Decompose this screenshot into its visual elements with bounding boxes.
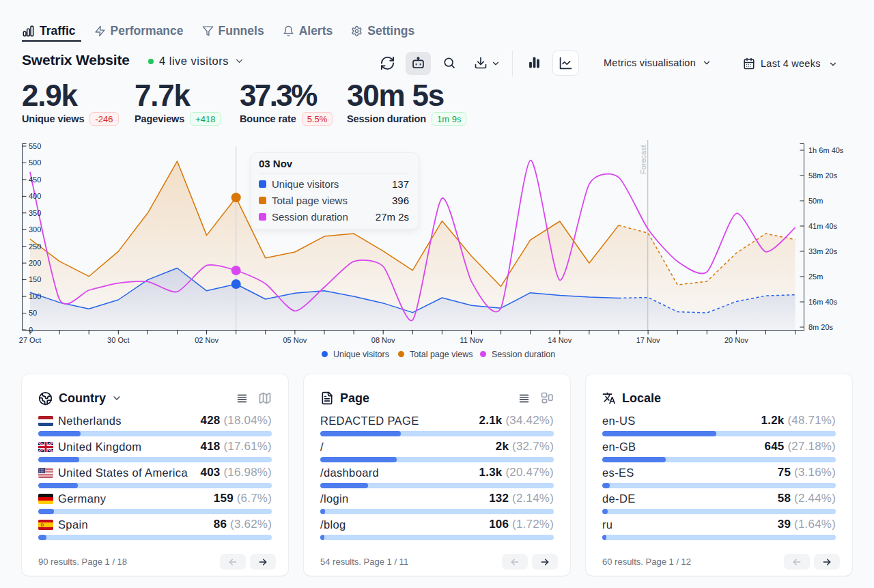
svg-text:150: 150: [29, 275, 41, 283]
svg-text:400: 400: [29, 192, 41, 200]
svg-text:20 Nov: 20 Nov: [724, 336, 748, 344]
svg-text:14 Nov: 14 Nov: [548, 336, 572, 344]
svg-text:550: 550: [29, 142, 41, 150]
svg-text:41m 40s: 41m 40s: [808, 222, 838, 230]
svg-text:300: 300: [29, 225, 41, 234]
svg-text:17 Nov: 17 Nov: [636, 336, 660, 344]
svg-text:02 Nov: 02 Nov: [195, 336, 218, 344]
svg-text:200: 200: [29, 259, 41, 267]
svg-text:450: 450: [29, 176, 41, 184]
svg-text:58m 20s: 58m 20s: [808, 171, 838, 180]
svg-text:05 Nov: 05 Nov: [283, 336, 307, 344]
svg-text:30 Oct: 30 Oct: [107, 336, 129, 344]
svg-text:1h 6m 40s: 1h 6m 40s: [808, 146, 844, 154]
svg-text:16m 40s: 16m 40s: [808, 298, 838, 306]
svg-text:250: 250: [29, 242, 41, 251]
svg-text:350: 350: [29, 209, 41, 217]
svg-text:Forecast: Forecast: [639, 145, 647, 174]
svg-text:50: 50: [29, 309, 37, 317]
svg-text:500: 500: [29, 158, 41, 167]
svg-text:50m: 50m: [808, 197, 823, 205]
svg-text:33m 20s: 33m 20s: [808, 247, 838, 255]
svg-text:8m 20s: 8m 20s: [808, 323, 834, 331]
svg-text:0: 0: [29, 326, 33, 334]
svg-text:11 Nov: 11 Nov: [460, 336, 483, 344]
svg-text:08 Nov: 08 Nov: [371, 336, 395, 344]
svg-text:100: 100: [29, 292, 41, 300]
svg-text:27 Oct: 27 Oct: [19, 336, 41, 344]
svg-text:25m: 25m: [808, 272, 823, 281]
